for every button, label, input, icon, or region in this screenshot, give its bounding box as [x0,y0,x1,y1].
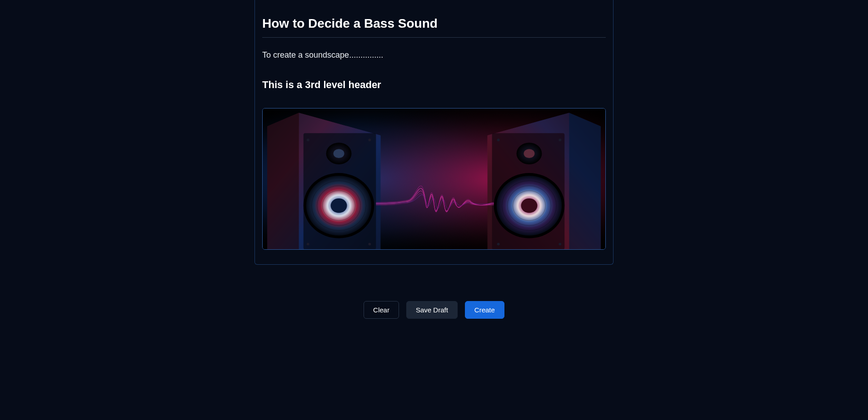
svg-marker-4 [267,113,299,249]
clear-button[interactable]: Clear [364,301,399,319]
svg-point-31 [497,138,500,141]
svg-point-15 [307,138,309,141]
article-title[interactable]: How to Decide a Bass Sound [262,7,606,37]
editor-card: How to Decide a Bass Sound To create a s… [254,0,614,265]
svg-marker-20 [569,113,601,249]
action-button-row: Clear Save Draft Create [364,301,504,319]
article-paragraph[interactable]: To create a soundscape............... [262,50,606,60]
article-image[interactable] [262,108,606,250]
svg-point-8 [334,149,344,158]
create-button[interactable]: Create [465,301,504,319]
title-divider [262,37,606,38]
svg-point-17 [307,243,309,246]
svg-point-18 [368,243,371,246]
svg-point-24 [524,149,534,158]
svg-point-32 [559,138,561,141]
article-h3[interactable]: This is a 3rd level header [262,79,606,91]
svg-point-27 [521,198,537,213]
speakers-waveform-image [263,109,605,249]
svg-point-11 [331,198,347,213]
svg-point-33 [497,243,500,246]
save-draft-button[interactable]: Save Draft [406,301,458,319]
svg-point-34 [559,243,561,246]
svg-point-16 [368,138,371,141]
